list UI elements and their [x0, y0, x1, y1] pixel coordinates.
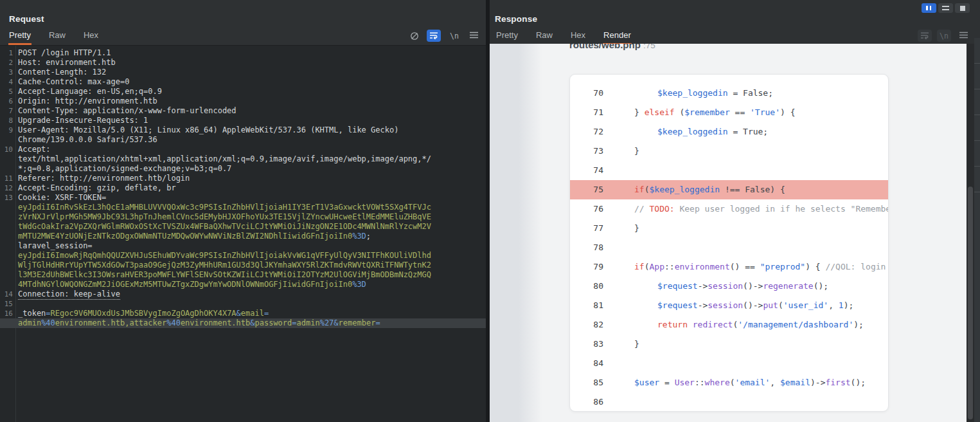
newline-chars-icon[interactable]: \n: [447, 30, 461, 42]
request-editor-row[interactable]: 3Content-Length: 132: [0, 68, 486, 77]
line-number: 12: [0, 183, 13, 193]
request-line-text: Accept:: [18, 145, 51, 154]
request-editor-row[interactable]: zVrNXJrVlprMGh5MW9JbC93L3hpTnJhemlCVnc5d…: [0, 212, 486, 222]
request-editor-row[interactable]: laravel_session=: [0, 241, 486, 251]
request-editor-row[interactable]: mMTU2MWE4YzUONjEzNTkzODgxOWNmNTUzMDQwOWY…: [0, 232, 486, 241]
request-editor-row[interactable]: 4Cache-Control: max-age=0: [0, 77, 486, 87]
code-line-text: }: [634, 335, 639, 354]
rows-layout-button[interactable]: [938, 3, 953, 13]
code-line-number: 76: [570, 199, 603, 219]
code-line-number: 71: [570, 103, 603, 122]
response-tab-render[interactable]: Render: [603, 28, 632, 45]
request-editor-row[interactable]: 12Accept-Encoding: gzip, deflate, br: [0, 183, 486, 193]
file-line-number: :75: [643, 44, 655, 50]
request-editor-row[interactable]: 9User-Agent: Mozilla/5.0 (X11; Linux x86…: [0, 125, 486, 135]
response-scrollbar[interactable]: [967, 44, 974, 422]
request-editor-row[interactable]: eyJpdiI6ImowRjRqQmhQQUZXVHJuSEhuWDYvaWc9…: [0, 251, 486, 261]
request-editor-row[interactable]: 5Accept-Language: en-US,en;q=0.9: [0, 87, 486, 96]
request-line-text: Chrome/139.0.0.0 Safari/537.36: [18, 135, 157, 145]
file-reference: routes/web.php :75: [569, 44, 655, 50]
code-line-number: 73: [570, 142, 603, 161]
request-editor-row[interactable]: eyJpdiI6InRvSkEzL3hQcE1aMHBLUVVVQOxWc3c9…: [0, 203, 486, 212]
code-line-text: if(App::environment() == "preprod") { //…: [634, 257, 886, 277]
request-line-text: admin%40environment.htb,attacker%40envir…: [18, 318, 380, 328]
code-line: 79if(App::environment() == "preprod") { …: [570, 257, 888, 277]
single-pane-layout-button[interactable]: [955, 3, 970, 13]
code-line-number: 74: [570, 161, 603, 180]
request-editor-row[interactable]: 15: [0, 299, 486, 309]
scrollbar-thumb[interactable]: [968, 187, 973, 419]
request-editor-row[interactable]: 16_token=REgoc9V6MUOxdUsJMbSBVygImoZgOAg…: [0, 309, 486, 318]
code-snippet-box: 70$keep_loggedin = False;71} elseif ($re…: [569, 74, 889, 412]
code-line-text: }: [634, 142, 639, 161]
request-line-text: eyJpdiI6ImowRjRqQmhQQUZXVHJuSEhuWDYvaWc9…: [18, 251, 431, 261]
request-editor-row[interactable]: tWdGcOakIra2VpZXQrWGlmRWOxOStXcTVSZUx4WF…: [0, 222, 486, 232]
request-tab-raw[interactable]: Raw: [48, 28, 66, 45]
request-editor-row[interactable]: 1POST /login HTTP/1.1: [0, 48, 486, 58]
request-editor-row[interactable]: 4MTdhNGYlOWQONGZmM2JiOGExMzM5MTUwZTgxZDg…: [0, 280, 486, 289]
code-line: 77}: [570, 219, 888, 238]
request-line-text: Upgrade-Insecure-Requests: 1: [18, 116, 148, 125]
request-line-text: WljTGlHdHRrYUpYTW5XdGOwT3paaO9GejQzM3ZyM…: [18, 261, 431, 270]
inspector-collapsed-strip[interactable]: [974, 44, 980, 422]
code-line-text: } elseif ($remember == 'True') {: [634, 103, 796, 122]
request-editor-row[interactable]: 13Cookie: XSRF-TOKEN=: [0, 193, 486, 203]
code-line-number: 78: [570, 238, 603, 257]
line-number: 11: [0, 174, 13, 183]
response-panel-title: Response: [495, 14, 537, 24]
columns-layout-button[interactable]: [922, 3, 936, 13]
inspector-section-handles: [974, 38, 980, 212]
request-editor-row[interactable]: 14Connection: keep-alive: [0, 289, 486, 299]
hide-nonprintable-icon[interactable]: [407, 30, 422, 42]
code-line-text: $request->session()->put('user_id', 1);: [657, 296, 853, 315]
line-number: 15: [0, 299, 13, 309]
menu-icon[interactable]: [467, 30, 481, 42]
request-tab-hex[interactable]: Hex: [83, 28, 99, 45]
code-line-number: 81: [570, 296, 603, 315]
request-line-text: Host: environment.htb: [18, 58, 116, 68]
word-wrap-icon-disabled[interactable]: [918, 30, 932, 42]
request-editor-row-selected[interactable]: admin%40environment.htb,attacker%40envir…: [0, 318, 486, 328]
request-line-text: Accept-Language: en-US,en;q=0.9: [18, 87, 162, 96]
request-editor-row[interactable]: 6Origin: http://environment.htb: [0, 96, 486, 106]
line-number: 1: [0, 48, 13, 58]
word-wrap-icon[interactable]: [427, 30, 441, 42]
burp-repeater-window: Request PrettyRawHex \n 1POST /lo: [0, 0, 980, 422]
file-path: routes/web.php: [569, 44, 641, 50]
code-line-number: 77: [570, 219, 603, 238]
code-line: 74: [570, 161, 888, 180]
code-line: 73}: [570, 142, 888, 161]
request-editor-row[interactable]: 11Referer: http://environment.htb/login: [0, 174, 486, 183]
code-line-number: 70: [570, 84, 603, 103]
request-line-text: text/html,application/xhtml+xml,applicat…: [18, 154, 431, 164]
request-line-text: zVrNXJrVlprMGh5MW9JbC93L3hpTnJhemlCVnc5d…: [18, 212, 431, 222]
request-line-text: l3M3E2dUhBWElkc3I3OWsraHVER3poMWFLYWFlSE…: [18, 270, 431, 280]
request-editor-row[interactable]: Chrome/139.0.0.0 Safari/537.36: [0, 135, 486, 145]
request-line-text: eyJpdiI6InRvSkEzL3hQcE1aMHBLUVVVQOxWc3c9…: [18, 203, 431, 212]
line-number: 14: [0, 289, 13, 299]
request-editor-row[interactable]: *;q=0.8,application/signed-exchange;v=b3…: [0, 164, 486, 174]
request-editor-row[interactable]: 10Accept:: [0, 145, 486, 154]
code-line-text: $keep_loggedin = False;: [657, 84, 773, 103]
line-number: 8: [0, 116, 13, 125]
request-editor-rows: 1POST /login HTTP/1.12Host: environment.…: [0, 48, 486, 328]
request-editor-row[interactable]: WljTGlHdHRrYUpYTW5XdGOwT3paaO9GejQzM3ZyM…: [0, 261, 486, 270]
menu-icon[interactable]: [956, 30, 970, 42]
request-editor-row[interactable]: 8Upgrade-Insecure-Requests: 1: [0, 116, 486, 125]
code-line: 72$keep_loggedin = True;: [570, 122, 888, 142]
request-editor[interactable]: 1POST /login HTTP/1.12Host: environment.…: [0, 45, 486, 422]
request-editor-row[interactable]: text/html,application/xhtml+xml,applicat…: [0, 154, 486, 164]
line-number: 9: [0, 125, 13, 135]
request-tab-pretty[interactable]: Pretty: [8, 28, 31, 45]
response-tab-hex[interactable]: Hex: [570, 28, 586, 45]
line-number: 5: [0, 87, 13, 96]
request-editor-row[interactable]: 7Content-Type: application/x-www-form-ur…: [0, 106, 486, 116]
response-tab-raw[interactable]: Raw: [535, 28, 553, 45]
code-line-number: 72: [570, 122, 603, 142]
request-editor-row[interactable]: 2Host: environment.htb: [0, 58, 486, 68]
response-tab-pretty[interactable]: Pretty: [495, 28, 519, 45]
request-line-text: Cache-Control: max-age=0: [18, 77, 129, 87]
newline-chars-icon-disabled[interactable]: \n: [937, 30, 951, 42]
code-line-text: $request->session()->regenerate();: [657, 277, 828, 296]
request-editor-row[interactable]: l3M3E2dUhBWElkc3I3OWsraHVER3poMWFLYWFlSE…: [0, 270, 486, 280]
